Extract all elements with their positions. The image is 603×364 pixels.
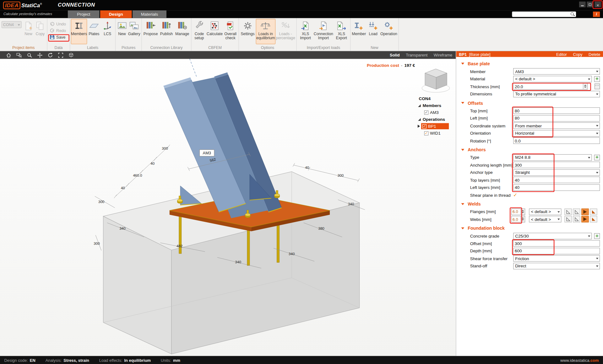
pan-button[interactable] bbox=[35, 51, 45, 58]
anchoring-length-input[interactable] bbox=[513, 162, 600, 168]
view-mode-wireframe[interactable]: Wireframe bbox=[434, 53, 452, 57]
search-input[interactable] bbox=[512, 12, 570, 17]
view-cube[interactable] bbox=[422, 69, 449, 92]
delete-operation-button[interactable]: Delete bbox=[589, 52, 600, 56]
bevel-weld-button[interactable] bbox=[590, 208, 597, 215]
top-layers-input[interactable] bbox=[513, 177, 600, 183]
loads-percentage-button[interactable]: Loads - percentage bbox=[275, 19, 296, 44]
left-layers-input[interactable] bbox=[513, 184, 600, 191]
new-load-button[interactable]: Load bbox=[367, 19, 380, 44]
butt-weld-button[interactable] bbox=[564, 208, 572, 215]
section-header-offsets[interactable]: Offsets bbox=[456, 99, 603, 107]
dimensions-dropdown[interactable]: To profile symmetrical bbox=[513, 91, 600, 97]
calculate-button[interactable]: Calculate bbox=[206, 19, 223, 44]
new-operation-button[interactable]: Operation bbox=[380, 19, 398, 44]
offset-top-input[interactable] bbox=[513, 107, 600, 114]
flange-weld-size-input[interactable] bbox=[511, 208, 521, 215]
search-icon[interactable] bbox=[570, 12, 575, 17]
fillet-weld-button[interactable] bbox=[573, 216, 580, 222]
plates-labels-button[interactable]: Plates bbox=[87, 19, 101, 44]
undo-button[interactable]: Undo bbox=[48, 21, 69, 27]
editor-button[interactable]: Editor bbox=[556, 52, 567, 56]
section-header-anchors[interactable]: Anchors bbox=[456, 146, 603, 154]
minimize-button[interactable] bbox=[579, 2, 586, 7]
tree-branch-members[interactable]: Members bbox=[417, 102, 455, 109]
settings-button[interactable]: Settings bbox=[240, 19, 256, 44]
tree-item-wid1[interactable]: WID1 bbox=[417, 130, 455, 136]
gallery-button[interactable]: Gallery bbox=[128, 19, 140, 44]
fillet-weld-button[interactable] bbox=[573, 208, 580, 215]
zoom-button[interactable] bbox=[24, 51, 35, 58]
anchor-grade-dropdown[interactable]: M24 8.8 bbox=[513, 154, 592, 161]
tree-item-con4[interactable]: CON4 bbox=[417, 95, 455, 102]
tree-item-bp1[interactable]: BP1 bbox=[421, 123, 449, 129]
section-header-foundation-block[interactable]: Foundation block bbox=[456, 224, 603, 232]
close-button[interactable] bbox=[595, 2, 601, 7]
flange-weld-spinner[interactable] bbox=[521, 208, 525, 215]
new-project-item-button[interactable]: New bbox=[23, 19, 34, 44]
website-link[interactable]: www.ideastatica.com bbox=[560, 358, 599, 362]
shear-force-transfer-dropdown[interactable]: Friction bbox=[513, 255, 600, 262]
propose-button[interactable]: Propose bbox=[143, 19, 159, 44]
publish-button[interactable]: Publish bbox=[159, 19, 174, 44]
visibility-checkbox[interactable] bbox=[424, 131, 428, 135]
visibility-checkbox[interactable] bbox=[422, 124, 426, 128]
code-setup-button[interactable]: Code setup bbox=[192, 19, 206, 44]
orientation-dropdown[interactable]: Horizontal bbox=[513, 130, 600, 136]
section-header-base-plate[interactable]: Base plate bbox=[456, 60, 603, 68]
members-labels-button[interactable]: Members bbox=[71, 19, 87, 44]
visibility-checkbox[interactable] bbox=[424, 110, 428, 114]
anchor-shape-dropdown[interactable]: Straight bbox=[513, 169, 600, 176]
add-material-button[interactable] bbox=[594, 76, 600, 82]
tree-item-am3[interactable]: AM3 bbox=[417, 109, 455, 116]
view-mode-solid[interactable]: Solid bbox=[390, 53, 399, 57]
double-fillet-weld-button[interactable] bbox=[581, 216, 589, 222]
3d-scene[interactable]: AM3 300 40 bbox=[0, 51, 456, 356]
web-weld-material-dropdown[interactable]: < default > bbox=[529, 216, 561, 222]
bevel-weld-button[interactable] bbox=[590, 216, 597, 222]
xls-export-button[interactable]: XLS Export bbox=[334, 19, 350, 44]
member-dropdown[interactable]: AM3 bbox=[513, 68, 600, 75]
stand-off-dropdown[interactable]: Direct bbox=[513, 263, 600, 269]
redo-button[interactable]: Redo bbox=[48, 27, 69, 34]
thickness-spinner[interactable] bbox=[583, 83, 587, 90]
offset-left-input[interactable] bbox=[513, 115, 600, 121]
project-item-combo[interactable]: CON4 bbox=[2, 21, 22, 28]
rotate-button[interactable] bbox=[45, 51, 56, 58]
tab-project[interactable]: Project bbox=[68, 10, 100, 18]
loads-in-equilibrium-button[interactable]: Loads in equilibrium bbox=[256, 19, 275, 44]
info-button[interactable]: i bbox=[593, 12, 600, 17]
zoom-window-button[interactable] bbox=[14, 51, 24, 58]
save-button[interactable]: Save bbox=[48, 34, 69, 40]
xls-import-button[interactable]: XLS Import bbox=[297, 19, 313, 44]
concrete-grade-dropdown[interactable]: C25/30 bbox=[513, 233, 592, 239]
thickness-more-button[interactable] bbox=[595, 83, 600, 89]
new-picture-button[interactable]: New bbox=[116, 19, 128, 44]
section-header-welds[interactable]: Welds bbox=[456, 200, 603, 208]
tree-branch-operations[interactable]: Operations bbox=[417, 116, 455, 123]
overall-check-button[interactable]: Overall check bbox=[223, 19, 238, 44]
foundation-depth-input[interactable] bbox=[513, 248, 600, 254]
web-weld-spinner[interactable] bbox=[521, 216, 525, 222]
fit-view-button[interactable] bbox=[56, 51, 66, 58]
add-anchor-type-button[interactable] bbox=[594, 155, 600, 160]
new-member-button[interactable]: Member bbox=[351, 19, 367, 44]
3d-viewport[interactable]: Solid Transparent Wireframe bbox=[0, 51, 456, 356]
tab-design[interactable]: Design bbox=[100, 10, 132, 18]
rotation-input[interactable] bbox=[513, 137, 600, 144]
material-dropdown[interactable]: < default > bbox=[513, 76, 592, 82]
thickness-input[interactable] bbox=[513, 83, 583, 90]
connection-import-button[interactable]: Connection Import bbox=[313, 19, 334, 44]
double-fillet-weld-button[interactable] bbox=[581, 208, 589, 215]
add-concrete-grade-button[interactable] bbox=[594, 233, 600, 239]
foundation-offset-input[interactable] bbox=[513, 240, 600, 247]
maximize-button[interactable] bbox=[587, 2, 593, 7]
flange-weld-material-dropdown[interactable]: < default > bbox=[529, 208, 561, 215]
lcs-labels-button[interactable]: LCS bbox=[101, 19, 114, 44]
copy-operation-button[interactable]: Copy bbox=[573, 52, 582, 56]
home-view-button[interactable] bbox=[3, 51, 14, 58]
tab-materials[interactable]: Materials bbox=[133, 10, 166, 18]
coordinate-system-dropdown[interactable]: From member bbox=[513, 122, 600, 129]
shear-plane-checkbox[interactable] bbox=[513, 192, 517, 197]
clipping-box-button[interactable] bbox=[66, 51, 76, 58]
